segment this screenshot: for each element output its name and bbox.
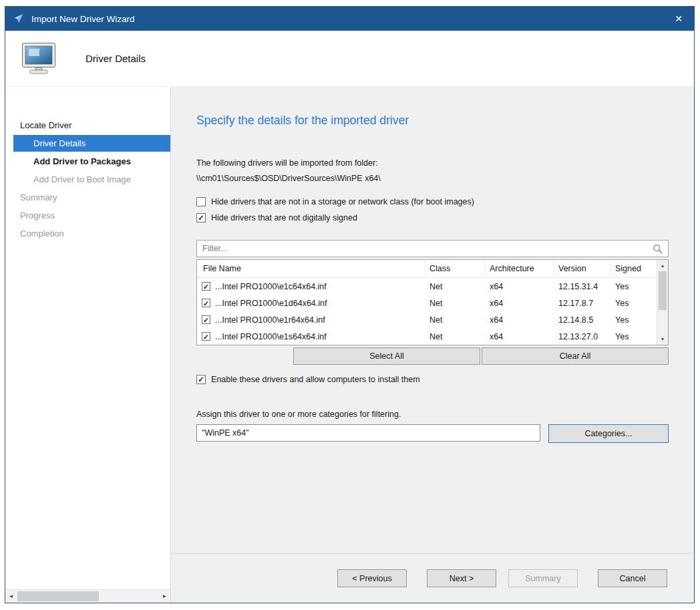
page-heading: Specify the details for the imported dri… — [196, 114, 669, 128]
vertical-scrollbar-thumb[interactable] — [659, 271, 667, 310]
cell-class: Net — [425, 282, 486, 291]
cell-version: 12.17.8.7 — [554, 299, 611, 308]
table-row[interactable]: ...Intel PRO1000\e1r64x64.inf Net x64 12… — [197, 311, 657, 328]
filter-input[interactable] — [202, 244, 653, 253]
cell-version: 12.13.27.0 — [554, 332, 611, 341]
hide-storage-network-checkbox[interactable] — [196, 197, 206, 206]
row-checkbox[interactable] — [202, 332, 210, 341]
cell-file-name: ...Intel PRO1000\e1d64x64.inf — [215, 299, 327, 308]
clear-all-button[interactable]: Clear All — [482, 347, 669, 365]
sidebar-item-completion: Completion — [5, 224, 170, 243]
column-header-file-name[interactable]: File Name — [197, 260, 425, 277]
import-folder-note: The following drivers will be imported f… — [196, 158, 669, 168]
select-all-button[interactable]: Select All — [293, 347, 480, 365]
scroll-left-icon[interactable]: ◄ — [5, 590, 17, 603]
close-icon[interactable]: ✕ — [663, 7, 694, 31]
column-header-signed[interactable]: Signed — [611, 260, 657, 277]
sidebar-item-locate-driver[interactable]: Locate Driver — [5, 116, 170, 134]
table-row[interactable]: ...Intel PRO1000\e1d64x64.inf Net x64 12… — [197, 295, 657, 311]
wizard-icon — [12, 12, 25, 25]
cell-architecture: x64 — [486, 299, 554, 308]
cell-signed: Yes — [611, 299, 657, 308]
computer-icon — [21, 42, 57, 75]
cancel-button[interactable]: Cancel — [598, 569, 667, 587]
cell-signed: Yes — [611, 332, 657, 341]
window-title: Import New Driver Wizard — [31, 14, 663, 24]
search-icon — [653, 244, 663, 254]
column-header-class[interactable]: Class — [425, 260, 486, 277]
cell-class: Net — [425, 332, 486, 341]
row-checkbox[interactable] — [202, 299, 210, 307]
categories-button[interactable]: Categories... — [548, 424, 669, 443]
scroll-down-icon[interactable]: ▼ — [657, 334, 668, 344]
driver-list-header: File Name Class Architecture Version Sig… — [197, 260, 657, 278]
filter-box — [196, 240, 669, 257]
sidebar-item-add-driver-to-packages[interactable]: Add Driver to Packages — [5, 152, 170, 170]
page-title: Driver Details — [85, 53, 146, 64]
titlebar[interactable]: Import New Driver Wizard ✕ — [5, 7, 694, 31]
hide-unsigned-checkbox[interactable] — [196, 213, 206, 222]
sidebar-horizontal-scrollbar[interactable]: ◄ ► — [5, 589, 170, 603]
cell-file-name: ...Intel PRO1000\e1s64x64.inf — [215, 332, 327, 341]
wizard-header: Driver Details — [5, 31, 694, 87]
next-button[interactable]: Next > — [427, 569, 496, 587]
cell-version: 12.15.31.4 — [554, 282, 611, 291]
row-checkbox[interactable] — [202, 315, 210, 324]
summary-button: Summary — [508, 569, 578, 587]
cell-file-name: ...Intel PRO1000\e1c64x64.inf — [215, 282, 327, 291]
hide-unsigned-checkbox-row[interactable]: Hide drivers that are not digitally sign… — [196, 213, 669, 222]
table-row[interactable]: ...Intel PRO1000\e1s64x64.inf Net x64 12… — [197, 328, 657, 345]
hide-unsigned-label: Hide drivers that are not digitally sign… — [211, 213, 357, 222]
driver-list: File Name Class Architecture Version Sig… — [196, 259, 669, 345]
cell-file-name: ...Intel PRO1000\e1r64x64.inf — [215, 315, 325, 325]
cell-signed: Yes — [611, 315, 657, 325]
cell-class: Net — [425, 299, 486, 308]
sidebar-item-progress: Progress — [5, 206, 170, 224]
sidebar-item-summary: Summary — [5, 188, 170, 206]
column-header-version[interactable]: Version — [554, 260, 611, 277]
selection-buttons-row: Select All Clear All — [196, 347, 669, 365]
category-input[interactable] — [196, 424, 540, 442]
category-row: Categories... — [196, 424, 669, 443]
table-row[interactable]: ...Intel PRO1000\e1c64x64.inf Net x64 12… — [197, 278, 657, 295]
wizard-steps-sidebar: Locate Driver Driver Details Add Driver … — [5, 87, 171, 603]
horizontal-scrollbar-thumb[interactable] — [17, 591, 99, 601]
wizard-body: Locate Driver Driver Details Add Driver … — [5, 87, 694, 603]
cell-architecture: x64 — [486, 282, 554, 291]
scroll-right-icon[interactable]: ► — [159, 590, 170, 603]
enable-drivers-checkbox-row[interactable]: Enable these drivers and allow computers… — [196, 375, 669, 384]
cell-signed: Yes — [611, 282, 657, 291]
previous-button[interactable]: < Previous — [337, 569, 407, 587]
category-note: Assign this driver to one or more catego… — [196, 410, 669, 419]
row-checkbox[interactable] — [202, 282, 210, 291]
scroll-up-icon[interactable]: ▲ — [657, 261, 668, 271]
driver-details-page: Specify the details for the imported dri… — [171, 87, 694, 603]
cell-architecture: x64 — [486, 315, 554, 325]
wizard-footer: < Previous Next > Summary Cancel — [171, 553, 694, 603]
enable-drivers-checkbox[interactable] — [196, 375, 206, 384]
wizard-window: Import New Driver Wizard ✕ Driver Detail… — [5, 6, 695, 603]
hide-storage-network-checkbox-row[interactable]: Hide drivers that are not in a storage o… — [196, 197, 669, 206]
cell-architecture: x64 — [486, 332, 554, 341]
cell-class: Net — [425, 315, 486, 325]
import-folder-path: \\cm01\Sources$\OSD\DriverSources\WinPE … — [196, 174, 669, 183]
column-header-architecture[interactable]: Architecture — [486, 260, 554, 277]
sidebar-item-driver-details[interactable]: Driver Details — [13, 135, 170, 152]
enable-drivers-label: Enable these drivers and allow computers… — [211, 375, 420, 384]
sidebar-item-add-driver-to-boot-image: Add Driver to Boot Image — [5, 170, 170, 188]
cell-version: 12.14.8.5 — [554, 315, 611, 325]
hide-storage-network-label: Hide drivers that are not in a storage o… — [211, 197, 474, 206]
driver-list-vertical-scrollbar[interactable]: ▲ ▼ — [657, 260, 668, 345]
